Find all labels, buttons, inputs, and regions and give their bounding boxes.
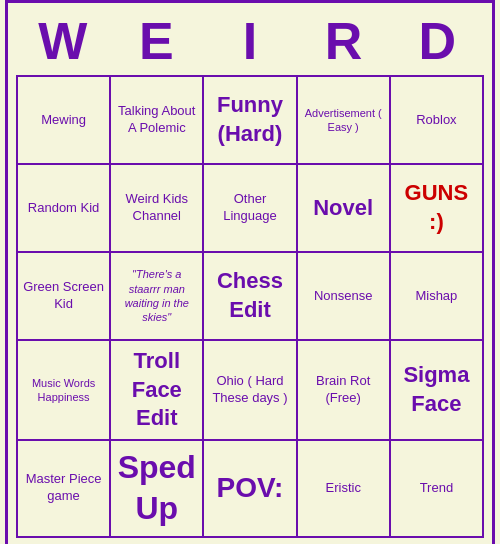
cell-8: Novel: [298, 165, 391, 253]
cell-5: Random Kid: [18, 165, 111, 253]
cell-22: POV:: [204, 441, 297, 538]
cell-15: Music Words Happiness: [18, 341, 111, 441]
cell-1: Talking About A Polemic: [111, 77, 204, 165]
title-letter-r: R: [300, 11, 388, 71]
bingo-grid: Mewing Talking About A Polemic Funny (Ha…: [16, 75, 484, 538]
cell-9: GUNS :): [391, 165, 484, 253]
cell-6: Weird Kids Channel: [111, 165, 204, 253]
cell-3: Advertisement ( Easy ): [298, 77, 391, 165]
cell-23: Eristic: [298, 441, 391, 538]
cell-13: Nonsense: [298, 253, 391, 341]
cell-20: Master Piece game: [18, 441, 111, 538]
cell-4: Roblox: [391, 77, 484, 165]
cell-10: Green Screen Kid: [18, 253, 111, 341]
title-letter-w: W: [19, 11, 107, 71]
cell-11: "There's a staarrr man waiting in the sk…: [111, 253, 204, 341]
cell-19: Sigma Face: [391, 341, 484, 441]
bingo-title: W E I R D: [16, 11, 484, 71]
cell-24: Trend: [391, 441, 484, 538]
cell-16: Troll Face Edit: [111, 341, 204, 441]
title-letter-i: I: [206, 11, 294, 71]
title-letter-e: E: [112, 11, 200, 71]
bingo-card: W E I R D Mewing Talking About A Polemic…: [5, 0, 495, 544]
cell-18: Brain Rot (Free): [298, 341, 391, 441]
cell-7: Other Linguage: [204, 165, 297, 253]
cell-14: Mishap: [391, 253, 484, 341]
cell-17: Ohio ( Hard These days ): [204, 341, 297, 441]
title-letter-d: D: [393, 11, 481, 71]
cell-0: Mewing: [18, 77, 111, 165]
cell-2: Funny (Hard): [204, 77, 297, 165]
cell-12: Chess Edit: [204, 253, 297, 341]
cell-21: Sped Up: [111, 441, 204, 538]
